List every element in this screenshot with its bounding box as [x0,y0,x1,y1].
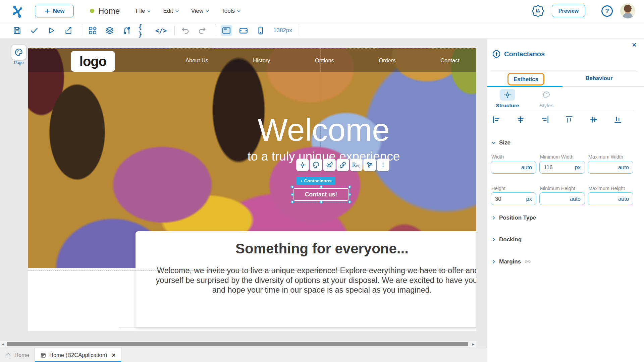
tab-divider [562,86,644,87]
tab-behaviour[interactable]: Behaviour [577,75,621,81]
link-margins-icon[interactable] [524,258,531,265]
viewport-width-value: 1382px [273,27,292,34]
min-height-input[interactable]: auto [539,192,585,205]
top-bar: New Home File Edit View Tools IA Preview… [0,0,644,22]
site-nav-links: About Us History Options Orders Contact [185,49,460,72]
tab-home-b2capplication[interactable]: Home (B2CApplication) ✕ [35,348,121,362]
max-height-input[interactable]: auto [588,192,633,205]
scroll-left-arrow[interactable]: ◀ [0,341,6,348]
variables-button[interactable]: { } [138,25,150,36]
max-width-label: Maximum Width [588,154,623,160]
size-section-header[interactable]: Size [491,139,511,146]
publish-button[interactable] [63,25,74,36]
scrollbar-thumb[interactable] [7,342,468,346]
close-panel-icon[interactable]: ✕ [632,42,637,49]
run-button[interactable] [46,25,57,36]
settings-widget-button[interactable] [323,159,336,171]
more-options-button[interactable] [377,159,389,171]
undo-button[interactable] [179,25,191,36]
desktop-viewport-button[interactable] [221,25,232,36]
nav-link-options[interactable]: Options [315,57,334,64]
align-center-vertical-icon[interactable] [589,115,599,125]
width-input[interactable]: auto [491,161,536,174]
menu-view[interactable]: View [191,8,210,14]
align-center-horizontal-icon[interactable] [516,115,526,125]
toolbar-separator [299,26,299,35]
save-button[interactable] [11,25,23,36]
resize-handle[interactable] [348,193,351,196]
subtab-styles[interactable]: Styles [532,89,560,109]
phone-viewport-button[interactable] [255,25,266,36]
link-widget-button[interactable] [336,159,349,171]
status-dot [90,9,94,13]
contact-us-button-widget[interactable]: Contact us! [293,188,348,201]
scroll-right-arrow[interactable]: ▶ [470,341,476,348]
align-bottom-icon[interactable] [613,115,623,125]
new-button-label: New [53,8,65,14]
design-canvas[interactable]: logo About Us History Options Orders Con… [28,48,476,331]
toolbar-separator [174,26,175,35]
site-navbar-widget[interactable]: logo About Us History Options Orders Con… [28,49,476,72]
page-style-tool-button[interactable] [11,45,26,60]
screen-icon [40,352,46,358]
docking-section-header[interactable]: Docking [491,236,522,243]
user-avatar[interactable] [620,3,635,18]
section-divider-line [119,327,476,327]
connections-widget-button[interactable] [363,159,376,171]
tab-home[interactable]: Home [0,348,35,362]
align-left-icon[interactable] [491,115,501,125]
workspace: Page logo About Us History Options Order… [0,39,487,362]
move-widget-button[interactable] [296,159,309,171]
menu-edit[interactable]: Edit [163,8,179,14]
position-type-section-header[interactable]: Position Type [491,215,536,221]
max-width-input[interactable]: auto [588,161,633,174]
selected-widget-breadcrumb[interactable]: ‹ Contactanos [297,177,335,185]
chevron-down-icon [147,9,151,13]
verify-button[interactable] [29,25,40,36]
tab-esthetics[interactable]: Esthetics [507,73,544,85]
nav-link-contact[interactable]: Contact [440,57,460,64]
align-top-icon[interactable] [564,115,574,125]
chevron-down-icon [491,140,496,145]
width-label: Width [491,154,504,160]
new-button[interactable]: New [35,5,74,17]
resize-handle[interactable] [320,200,323,203]
min-width-input[interactable]: 116px [539,161,585,174]
close-tab-icon[interactable]: ✕ [111,352,116,358]
palette-icon [14,48,23,57]
move-icon [500,89,515,101]
align-right-icon[interactable] [540,115,550,125]
margins-section-header[interactable]: Margins [491,258,531,265]
horizontal-scrollbar[interactable]: ◀ ▶ [0,341,476,348]
subtab-structure[interactable]: Structure [493,89,522,109]
preview-button[interactable]: Preview [552,5,585,17]
resize-handle[interactable] [348,185,351,188]
styles-widget-button[interactable] [310,159,322,171]
interfaces-flow-button[interactable] [121,25,132,36]
height-label: Height [491,186,505,191]
hero-heading-widget[interactable]: Welcome [258,112,390,148]
page-tool-label: Page [7,60,30,65]
help-button[interactable]: ? [601,5,613,17]
document-tab-bar: Home Home (B2CApplication) ✕ [0,348,487,362]
nav-link-orders[interactable]: Orders [379,57,395,64]
layers-button[interactable] [104,25,115,36]
alignment-toolbar [491,115,623,125]
rules-widget-button[interactable]: R(x) [350,159,363,171]
section-heading-widget[interactable]: Something for everyone... [235,241,409,257]
resize-handle[interactable] [348,200,351,203]
height-input[interactable]: 30px [491,192,536,205]
app-logo-icon [10,3,25,19]
menu-file[interactable]: File [136,8,151,14]
site-logo[interactable]: logo [71,51,115,72]
ai-assistant-button[interactable]: IA [532,5,544,17]
menu-tools[interactable]: Tools [221,8,241,14]
resize-handle[interactable] [291,200,294,203]
tablet-viewport-button[interactable] [238,25,249,36]
nav-link-about[interactable]: About Us [185,57,208,64]
widgets-button[interactable] [87,25,98,36]
resize-handle[interactable] [291,185,294,188]
nav-link-history[interactable]: History [253,57,270,64]
redo-button[interactable] [197,25,208,36]
code-view-button[interactable]: </> [155,25,167,36]
